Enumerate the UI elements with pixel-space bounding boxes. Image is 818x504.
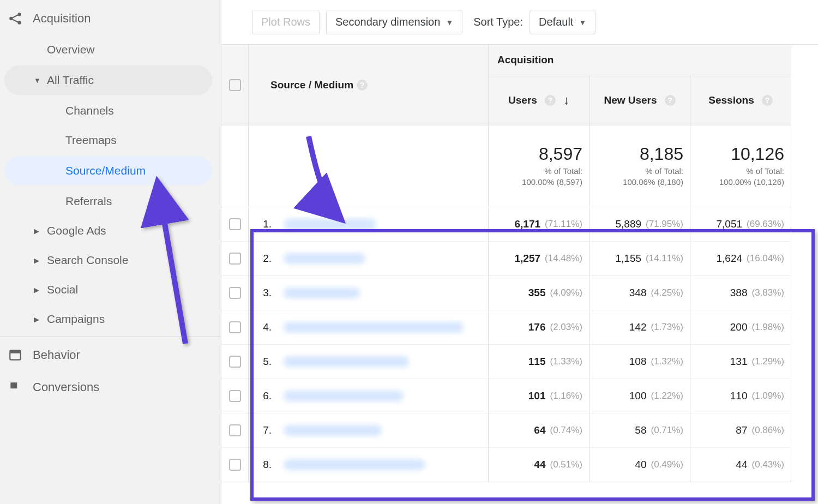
users-cell: 44(0.51%) xyxy=(489,448,590,482)
plot-rows-button[interactable]: Plot Rows xyxy=(252,10,320,34)
new-users-cell: 1,155(14.11%) xyxy=(590,242,690,276)
dimension-header[interactable]: Source / Medium ? xyxy=(249,45,489,125)
column-group-acquisition: Acquisition xyxy=(489,45,791,75)
sort-type-label: Sort Type: xyxy=(473,16,523,28)
users-cell: 115(1.33%) xyxy=(489,345,590,379)
sidebar: Acquisition Overview ▼ All Traffic Chann… xyxy=(0,0,221,504)
row-checkbox-cell xyxy=(221,413,249,448)
source-medium-cell[interactable]: 3. xyxy=(249,276,489,310)
users-cell: 355(4.09%) xyxy=(489,276,590,310)
sidebar-section-acquisition[interactable]: Acquisition xyxy=(0,2,221,35)
row-checkbox-cell xyxy=(221,345,249,379)
sidebar-section-behavior[interactable]: Behavior xyxy=(0,336,221,371)
sessions-cell: 44(0.43%) xyxy=(690,448,791,482)
column-header-new-users[interactable]: New Users ? xyxy=(590,75,690,125)
report-toolbar: Plot Rows Secondary dimension ▼ Sort Typ… xyxy=(221,0,818,44)
chevron-right-icon: ▶ xyxy=(34,315,39,323)
sidebar-item-channels[interactable]: Channels xyxy=(0,96,221,125)
select-all-checkbox[interactable] xyxy=(229,79,241,91)
row-index: 4. xyxy=(258,321,272,333)
sidebar-item-all-traffic[interactable]: ▼ All Traffic xyxy=(4,65,212,95)
users-cell: 101(1.16%) xyxy=(489,379,590,413)
sidebar-item-campaigns[interactable]: ▶ Campaigns xyxy=(0,304,221,334)
svg-point-1 xyxy=(9,17,13,21)
sidebar-item-social[interactable]: ▶ Social xyxy=(0,275,221,304)
row-index: 5. xyxy=(258,356,272,368)
users-cell: 176(2.03%) xyxy=(489,310,590,345)
new-users-cell: 100(1.22%) xyxy=(590,379,690,413)
redacted-source xyxy=(284,356,409,367)
totals-sessions: 10,126 % of Total:100.00% (10,126) xyxy=(690,125,791,207)
row-checkbox[interactable] xyxy=(229,253,241,265)
sidebar-item-treemaps[interactable]: Treemaps xyxy=(0,125,221,155)
acquisition-icon xyxy=(8,11,23,26)
sort-type-dropdown[interactable]: Default ▼ xyxy=(530,10,596,34)
sidebar-section-label: Acquisition xyxy=(33,11,91,26)
users-cell: 6,171(71.11%) xyxy=(489,207,590,242)
row-checkbox[interactable] xyxy=(229,321,241,333)
secondary-dimension-dropdown[interactable]: Secondary dimension ▼ xyxy=(326,10,462,34)
sessions-cell: 388(3.83%) xyxy=(690,276,791,310)
new-users-cell: 40(0.49%) xyxy=(590,448,690,482)
sidebar-item-google-ads[interactable]: ▶ Google Ads xyxy=(0,216,221,245)
row-checkbox-cell xyxy=(221,310,249,345)
redacted-source xyxy=(284,391,404,401)
chevron-right-icon: ▶ xyxy=(34,256,39,265)
row-checkbox[interactable] xyxy=(229,287,241,299)
row-checkbox[interactable] xyxy=(229,390,241,402)
row-index: 6. xyxy=(258,390,272,402)
sessions-cell: 7,051(69.63%) xyxy=(690,207,791,242)
sort-desc-icon: ↓ xyxy=(563,93,569,107)
report-main: Plot Rows Secondary dimension ▼ Sort Typ… xyxy=(221,0,818,504)
chevron-down-icon: ▼ xyxy=(446,18,453,27)
new-users-cell: 142(1.73%) xyxy=(590,310,690,345)
svg-point-0 xyxy=(17,13,21,16)
row-index: 7. xyxy=(258,424,272,436)
row-checkbox[interactable] xyxy=(229,459,241,471)
totals-blank xyxy=(249,125,489,207)
sidebar-item-overview[interactable]: Overview xyxy=(0,35,221,64)
source-medium-cell[interactable]: 4. xyxy=(249,310,489,345)
row-checkbox-cell xyxy=(221,379,249,413)
row-index: 2. xyxy=(258,253,272,265)
sidebar-section-conversions[interactable]: Conversions xyxy=(0,371,221,404)
column-header-sessions[interactable]: Sessions ? xyxy=(690,75,791,125)
source-medium-cell[interactable]: 6. xyxy=(249,379,489,413)
users-cell: 1,257(14.48%) xyxy=(489,242,590,276)
redacted-source xyxy=(284,425,382,436)
totals-blank xyxy=(221,125,249,207)
sidebar-item-source-medium[interactable]: Source/Medium xyxy=(4,156,212,185)
help-icon[interactable]: ? xyxy=(665,95,676,106)
source-medium-cell[interactable]: 8. xyxy=(249,448,489,482)
help-icon[interactable]: ? xyxy=(545,95,556,106)
row-checkbox[interactable] xyxy=(229,356,241,368)
sidebar-item-referrals[interactable]: Referrals xyxy=(0,187,221,216)
column-header-users[interactable]: Users ? ↓ xyxy=(489,75,590,125)
sessions-cell: 110(1.09%) xyxy=(690,379,791,413)
source-medium-cell[interactable]: 7. xyxy=(249,413,489,448)
redacted-source xyxy=(284,459,425,470)
row-checkbox-cell xyxy=(221,448,249,482)
new-users-cell: 348(4.25%) xyxy=(590,276,690,310)
help-icon[interactable]: ? xyxy=(357,80,368,91)
redacted-source xyxy=(284,253,365,264)
totals-new-users: 8,185 % of Total:100.06% (8,180) xyxy=(590,125,690,207)
row-index: 1. xyxy=(258,218,272,230)
chevron-right-icon: ▶ xyxy=(34,286,39,294)
source-medium-cell[interactable]: 2. xyxy=(249,242,489,276)
sidebar-section-label: Conversions xyxy=(33,380,99,394)
new-users-cell: 5,889(71.95%) xyxy=(590,207,690,242)
row-checkbox-cell xyxy=(221,276,249,310)
conversions-icon xyxy=(8,380,23,395)
row-checkbox[interactable] xyxy=(229,424,241,436)
sidebar-section-label: Behavior xyxy=(33,348,80,362)
select-all-cell xyxy=(221,45,249,125)
row-checkbox[interactable] xyxy=(229,218,241,230)
sidebar-item-search-console[interactable]: ▶ Search Console xyxy=(0,245,221,275)
redacted-source xyxy=(284,322,464,333)
svg-point-2 xyxy=(17,21,21,25)
source-medium-cell[interactable]: 5. xyxy=(249,345,489,379)
chevron-right-icon: ▶ xyxy=(34,227,39,235)
source-medium-cell[interactable]: 1. xyxy=(249,207,489,242)
help-icon[interactable]: ? xyxy=(762,95,773,106)
